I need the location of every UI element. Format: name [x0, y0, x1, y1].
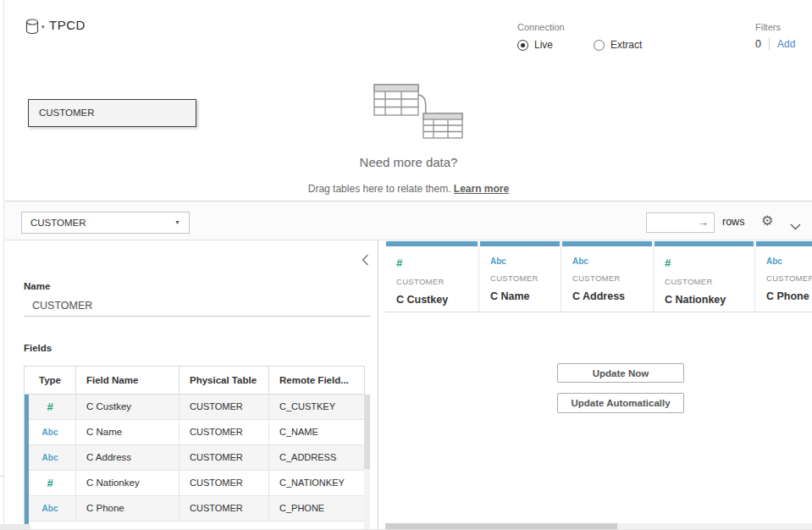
- drag-tables-hint-text: Drag tables here to relate them.: [308, 183, 454, 195]
- need-more-data-title: Need more data?: [5, 155, 812, 169]
- gear-icon[interactable]: ⚙: [761, 213, 773, 229]
- database-icon[interactable]: ▾: [25, 19, 51, 37]
- table-row[interactable]: Abc C Phone CUSTOMER C_PHONE: [25, 496, 364, 522]
- grid-toolbar: CUSTOMER ▼ → rows ⚙: [5, 201, 812, 240]
- remote-field-cell: C_NATIONKEY: [269, 471, 364, 495]
- table-row[interactable]: # C Nationkey CUSTOMER C_NATIONKEY: [25, 471, 364, 496]
- remote-field-cell: C_CUSTKEY: [269, 395, 364, 419]
- data-grid-panel: # CUSTOMER C Custkey Abc CUSTOMER C Name…: [378, 240, 812, 530]
- number-type-icon: #: [47, 477, 52, 489]
- column-table-caption: CUSTOMER: [572, 273, 648, 283]
- learn-more-link[interactable]: Learn more: [454, 183, 509, 195]
- customer-table-chip[interactable]: CUSTOMER: [28, 99, 196, 127]
- connection-options: Live Extract: [517, 39, 682, 51]
- string-type-icon: Abc: [42, 504, 58, 513]
- field-metadata-panel: Name CUSTOMER Fields Type Field Name Phy…: [4, 240, 378, 530]
- connection-group: Connection Live Extract: [517, 22, 682, 51]
- fields-label: Fields: [24, 343, 52, 353]
- number-type-icon: #: [47, 400, 52, 413]
- physical-table-cell: CUSTOMER: [180, 445, 269, 470]
- string-type-icon: Abc: [42, 428, 58, 437]
- grid-column-c-phone[interactable]: Abc CUSTOMER C Phone: [755, 241, 812, 312]
- number-type-icon: #: [396, 257, 473, 269]
- datasource-title: TPCD: [49, 18, 86, 32]
- name-field[interactable]: CUSTOMER: [24, 295, 371, 317]
- column-table-caption: CUSTOMER: [665, 277, 749, 286]
- rows-go-arrow-icon[interactable]: →: [698, 216, 709, 229]
- table-selector-value: CUSTOMER: [30, 218, 86, 228]
- relationship-canvas: CUSTOMER Need more data? Dra: [5, 76, 812, 201]
- drag-tables-hint: Drag tables here to relate them. Learn m…: [5, 183, 812, 195]
- filters-count: 0: [755, 38, 761, 50]
- field-name-cell: C Name: [76, 420, 180, 444]
- radio-extract-circle[interactable]: [594, 40, 605, 51]
- physical-table-cell: CUSTOMER: [180, 420, 269, 444]
- connection-label: Connection: [517, 22, 682, 32]
- column-field-name: C Nationkey: [665, 294, 749, 306]
- grid-column-c-nationkey[interactable]: # CUSTOMER C Nationkey: [654, 241, 755, 312]
- table-row[interactable]: Abc C Address CUSTOMER C_ADDRESS: [25, 445, 364, 471]
- column-field-name: C Custkey: [396, 294, 473, 306]
- chevron-down-icon[interactable]: [790, 218, 801, 234]
- number-type-icon: #: [665, 257, 749, 269]
- database-caret-icon: ▾: [41, 24, 45, 30]
- fields-table: Type Field Name Physical Table Remote Fi…: [24, 366, 365, 530]
- grid-horizontal-scrollbar[interactable]: [385, 523, 812, 529]
- string-type-icon: Abc: [572, 257, 648, 266]
- field-name-cell: C Custkey: [76, 395, 180, 419]
- table-row[interactable]: Abc C Name CUSTOMER C_NAME: [25, 420, 364, 445]
- table-row[interactable]: # C Custkey CUSTOMER C_CUSTKEY: [25, 395, 364, 420]
- rows-label: rows: [722, 216, 744, 228]
- name-field-value: CUSTOMER: [32, 300, 92, 312]
- name-label: Name: [24, 281, 50, 291]
- data-grid-header-row: # CUSTOMER C Custkey Abc CUSTOMER C Name…: [385, 241, 812, 312]
- string-type-icon: Abc: [42, 453, 58, 462]
- selected-table-accent-bar: [25, 395, 29, 529]
- filters-add-link[interactable]: Add: [777, 38, 795, 50]
- col-header-remote-field[interactable]: Remote Field...: [269, 367, 364, 394]
- field-name-cell: C Nationkey: [76, 471, 180, 495]
- remote-field-cell: C_ADDRESS: [269, 445, 364, 470]
- tables-relate-icon: [367, 83, 465, 142]
- column-table-caption: CUSTOMER: [396, 277, 473, 286]
- rows-count-input[interactable]: [649, 213, 698, 232]
- dropdown-caret-icon: ▼: [174, 219, 180, 225]
- remote-field-cell: C_PHONE: [269, 496, 364, 521]
- collapse-panel-icon[interactable]: [362, 254, 373, 266]
- grid-column-c-name[interactable]: Abc CUSTOMER C Name: [479, 241, 561, 312]
- column-table-caption: CUSTOMER: [766, 273, 812, 283]
- update-now-button[interactable]: Update Now: [557, 363, 684, 383]
- field-name-cell: C Phone: [76, 496, 180, 521]
- radio-live-circle[interactable]: [517, 40, 528, 51]
- scrollbar-thumb[interactable]: [385, 523, 617, 529]
- update-automatically-button[interactable]: Update Automatically: [557, 393, 684, 413]
- col-header-physical-table[interactable]: Physical Table: [180, 367, 269, 394]
- radio-live[interactable]: Live: [517, 39, 553, 51]
- column-field-name: C Name: [490, 290, 555, 302]
- filters-label: Filters: [755, 22, 795, 32]
- string-type-icon: Abc: [766, 257, 812, 266]
- column-table-caption: CUSTOMER: [490, 273, 555, 283]
- table-selector-dropdown[interactable]: CUSTOMER ▼: [21, 212, 190, 234]
- radio-live-label: Live: [534, 39, 553, 51]
- col-header-type[interactable]: Type: [25, 367, 76, 394]
- string-type-icon: Abc: [490, 257, 555, 266]
- physical-table-cell: CUSTOMER: [180, 471, 269, 495]
- filters-group: Filters 0 Add: [755, 22, 795, 50]
- radio-extract[interactable]: Extract: [594, 39, 642, 51]
- top-header: ▾ TPCD Connection Live Extract Filters 0: [5, 0, 812, 76]
- filters-separator: [769, 38, 770, 50]
- column-field-name: C Address: [572, 290, 648, 302]
- grid-column-c-address[interactable]: Abc CUSTOMER C Address: [561, 241, 654, 312]
- radio-extract-label: Extract: [610, 39, 642, 51]
- field-name-cell: C Address: [76, 445, 180, 470]
- tableau-datasource-page: ▾ TPCD Connection Live Extract Filters 0: [0, 0, 812, 530]
- column-field-name: C Phone: [766, 290, 812, 302]
- grid-column-c-custkey[interactable]: # CUSTOMER C Custkey: [385, 241, 479, 312]
- fields-table-header: Type Field Name Physical Table Remote Fi…: [25, 367, 364, 395]
- physical-table-cell: CUSTOMER: [180, 496, 269, 521]
- physical-table-cell: CUSTOMER: [180, 395, 269, 419]
- fields-table-scrollbar[interactable]: [364, 395, 370, 529]
- col-header-field-name[interactable]: Field Name: [76, 367, 180, 394]
- scrollbar-thumb[interactable]: [364, 395, 370, 469]
